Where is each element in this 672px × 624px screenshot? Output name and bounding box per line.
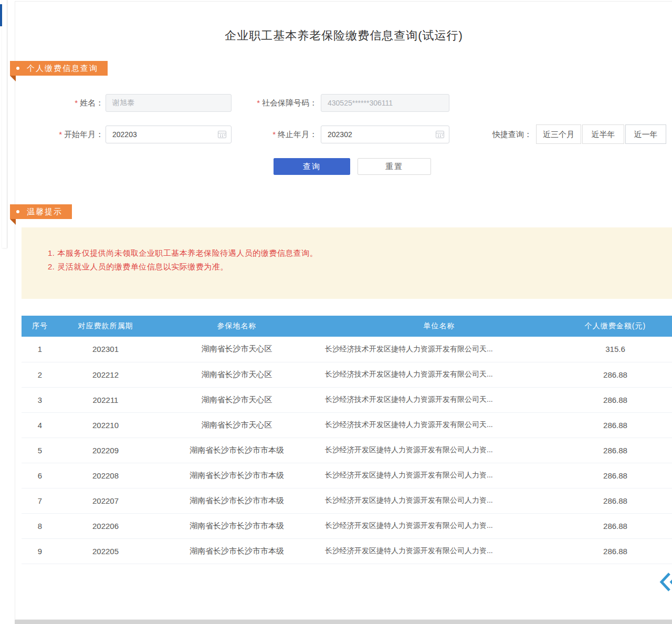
table-cell: 湖南省长沙市天心区 xyxy=(153,387,321,412)
notice-line-1: 1. 本服务仅提供尚未领取企业职工基本养老保险待遇人员的缴费信息查询。 xyxy=(48,246,672,260)
header-company: 单位名称 xyxy=(321,316,558,337)
table-cell: 4 xyxy=(22,412,58,438)
ribbon-fold xyxy=(10,76,16,81)
section-badge-personal-query: 个人缴费信息查询 xyxy=(10,61,108,76)
table-cell: 长沙经济技术开发区捷特人力资源开发有限公司天... xyxy=(321,362,558,387)
table-row: 7202207湖南省长沙市长沙市市本级长沙经济开发区捷特人力资源开发有限公司人力… xyxy=(22,488,672,513)
ssn-input[interactable] xyxy=(321,94,449,112)
table-cell: 202212 xyxy=(58,362,153,387)
table-cell: 286.88 xyxy=(558,438,672,463)
table-cell: 长沙经济开发区捷特人力资源开发有限公司人力资... xyxy=(321,513,558,538)
start-month-input[interactable] xyxy=(106,126,232,143)
table-cell: 286.88 xyxy=(558,463,672,488)
form-row-period: *开始年月： *终止年月： 快捷查询： 近三个月 近半年 近一年 xyxy=(15,126,672,143)
table-cell: 315.6 xyxy=(558,337,672,362)
name-input[interactable] xyxy=(106,94,232,112)
notice-box: 1. 本服务仅提供尚未领取企业职工基本养老保险待遇人员的缴费信息查询。 2. 灵… xyxy=(22,227,672,299)
main-panel: 企业职工基本养老保险缴费信息查询(试运行) 个人缴费信息查询 *姓名： *社会保… xyxy=(15,1,672,620)
header-place: 参保地名称 xyxy=(153,316,321,337)
reset-button[interactable]: 重置 xyxy=(358,158,431,175)
table-cell: 286.88 xyxy=(558,362,672,387)
quick-query-3months-button[interactable]: 近三个月 xyxy=(536,124,581,144)
query-button[interactable]: 查询 xyxy=(274,158,350,175)
table-cell: 5 xyxy=(22,438,58,463)
required-asterisk: * xyxy=(59,130,62,139)
required-asterisk: * xyxy=(75,98,78,107)
table-cell: 202207 xyxy=(58,488,153,513)
table-cell: 湖南省长沙市长沙市市本级 xyxy=(153,438,321,463)
table-cell: 202301 xyxy=(58,337,153,362)
table-cell: 3 xyxy=(22,387,58,412)
table-cell: 202211 xyxy=(58,387,153,412)
start-month-label: *开始年月： xyxy=(26,126,103,143)
ssn-label-text: 社会保障号码： xyxy=(262,98,317,107)
required-asterisk: * xyxy=(272,130,276,139)
table-cell: 9 xyxy=(22,538,58,564)
quick-query-label: 快捷查询： xyxy=(464,126,532,143)
header-period: 对应费款所属期 xyxy=(58,316,153,337)
section-badge-label: 温馨提示 xyxy=(27,207,62,216)
bottom-edge-band xyxy=(15,620,672,624)
table-cell: 长沙经济开发区捷特人力资源开发有限公司人力资... xyxy=(321,538,558,564)
table-cell: 长沙经济开发区捷特人力资源开发有限公司人力资... xyxy=(321,463,558,488)
table-row: 2202212湖南省长沙市天心区长沙经济技术开发区捷特人力资源开发有限公司天..… xyxy=(22,362,672,387)
table-row: 4202210湖南省长沙市天心区长沙经济技术开发区捷特人力资源开发有限公司天..… xyxy=(22,412,672,438)
end-month-input[interactable] xyxy=(321,126,449,143)
quick-query-1year-button[interactable]: 近一年 xyxy=(625,124,666,144)
end-month-label-text: 终止年月： xyxy=(278,130,317,139)
name-label-text: 姓名： xyxy=(80,98,103,107)
header-amount: 个人缴费金额(元) xyxy=(558,316,672,337)
table-body: 1202301湖南省长沙市天心区长沙经济技术开发区捷特人力资源开发有限公司天..… xyxy=(22,337,672,564)
section-badge-label: 个人缴费信息查询 xyxy=(27,64,98,72)
table-row: 1202301湖南省长沙市天心区长沙经济技术开发区捷特人力资源开发有限公司天..… xyxy=(22,337,672,362)
table-row: 3202211湖南省长沙市天心区长沙经济技术开发区捷特人力资源开发有限公司天..… xyxy=(22,387,672,412)
table-header-row: 序号 对应费款所属期 参保地名称 单位名称 个人缴费金额(元) xyxy=(22,316,672,337)
table-cell: 7 xyxy=(22,488,58,513)
header-seq: 序号 xyxy=(22,316,58,337)
sidebar-edge-divider xyxy=(2,0,7,248)
table-cell: 湖南省长沙市长沙市市本级 xyxy=(153,488,321,513)
table-cell: 286.88 xyxy=(558,387,672,412)
required-asterisk: * xyxy=(257,98,260,107)
double-chevron-left-icon[interactable] xyxy=(658,570,672,594)
table-cell: 长沙经济技术开发区捷特人力资源开发有限公司天... xyxy=(321,412,558,438)
section-badge-tips: 温馨提示 xyxy=(10,204,72,219)
table-cell: 湖南省长沙市长沙市市本级 xyxy=(153,513,321,538)
table-cell: 湖南省长沙市长沙市市本级 xyxy=(153,463,321,488)
table-cell: 202209 xyxy=(58,438,153,463)
table-header: 序号 对应费款所属期 参保地名称 单位名称 个人缴费金额(元) xyxy=(22,316,672,337)
payment-table: 序号 对应费款所属期 参保地名称 单位名称 个人缴费金额(元) 1202301湖… xyxy=(22,316,672,564)
quick-query-halfyear-button[interactable]: 近半年 xyxy=(582,124,624,144)
table-cell: 长沙经济开发区捷特人力资源开发有限公司人力资... xyxy=(321,438,558,463)
table-cell: 湖南省长沙市天心区 xyxy=(153,362,321,387)
table-cell: 202205 xyxy=(58,538,153,564)
notice-line-2: 2. 灵活就业人员的缴费单位信息以实际缴费为准。 xyxy=(48,260,672,274)
table-row: 8202206湖南省长沙市长沙市市本级长沙经济开发区捷特人力资源开发有限公司人力… xyxy=(22,513,672,538)
ribbon-fold xyxy=(10,219,16,225)
bullet-icon xyxy=(16,67,19,70)
table-row: 5202209湖南省长沙市长沙市市本级长沙经济开发区捷特人力资源开发有限公司人力… xyxy=(22,438,672,463)
table-cell: 长沙经济技术开发区捷特人力资源开发有限公司天... xyxy=(321,387,558,412)
end-month-label: *终止年月： xyxy=(236,126,317,143)
table-cell: 2 xyxy=(22,362,58,387)
start-month-label-text: 开始年月： xyxy=(64,130,103,139)
calendar-icon[interactable] xyxy=(436,131,444,138)
calendar-icon[interactable] xyxy=(218,131,226,138)
ssn-label: *社会保障号码： xyxy=(236,94,317,112)
table-cell: 长沙经济技术开发区捷特人力资源开发有限公司天... xyxy=(321,337,558,362)
table-cell: 湖南省长沙市天心区 xyxy=(153,412,321,438)
table-cell: 1 xyxy=(22,337,58,362)
table-row: 6202208湖南省长沙市长沙市市本级长沙经济开发区捷特人力资源开发有限公司人力… xyxy=(22,463,672,488)
table-cell: 286.88 xyxy=(558,538,672,564)
table-cell: 湖南省长沙市天心区 xyxy=(153,337,321,362)
bullet-icon xyxy=(16,210,19,213)
table-cell: 286.88 xyxy=(558,488,672,513)
table-cell: 8 xyxy=(22,513,58,538)
table-cell: 202210 xyxy=(58,412,153,438)
table-cell: 长沙经济开发区捷特人力资源开发有限公司人力资... xyxy=(321,488,558,513)
form-row-identity: *姓名： *社会保障号码： xyxy=(15,94,672,112)
table-cell: 6 xyxy=(22,463,58,488)
table-cell: 286.88 xyxy=(558,513,672,538)
table-row: 9202205湖南省长沙市长沙市市本级长沙经济开发区捷特人力资源开发有限公司人力… xyxy=(22,538,672,564)
page-title: 企业职工基本养老保险缴费信息查询(试运行) xyxy=(15,28,672,44)
